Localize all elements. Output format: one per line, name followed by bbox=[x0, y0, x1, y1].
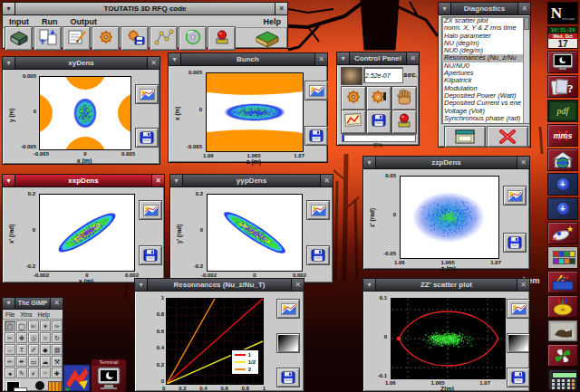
save-plot-button[interactable] bbox=[276, 368, 300, 387]
save-plot-button[interactable] bbox=[306, 245, 330, 265]
step-gear-button[interactable] bbox=[366, 86, 392, 110]
gimp-tool-pencil[interactable]: ✏ bbox=[5, 356, 15, 367]
save-floppy-button[interactable] bbox=[366, 110, 392, 134]
titlebar-gimp[interactable]: ▾ The GIMP ✕ bbox=[3, 298, 63, 310]
open-plot-window-button[interactable] bbox=[444, 126, 486, 148]
titlebar-control-panel[interactable]: ▾ Control Panel ✕ bbox=[337, 53, 419, 65]
gimp-brush-selector[interactable] bbox=[35, 381, 44, 390]
gimp-tool-color-picker[interactable]: ✐ bbox=[28, 344, 39, 355]
gimp-tool-transform[interactable]: ↻ bbox=[52, 332, 63, 343]
close-icon[interactable]: ✕ bbox=[517, 3, 530, 14]
close-diagnostics-button[interactable] bbox=[487, 126, 528, 148]
gimp-menu-xtns[interactable]: Xtns bbox=[20, 311, 32, 318]
save-plot-button[interactable] bbox=[139, 245, 162, 265]
dock-item-toolbox[interactable] bbox=[547, 271, 578, 293]
pause-hand-button[interactable] bbox=[392, 86, 417, 110]
minimize-icon[interactable]: ▾ bbox=[3, 57, 15, 69]
menu-input[interactable]: Input bbox=[3, 17, 35, 26]
gimp-tool-clone[interactable]: ⚒ bbox=[52, 356, 63, 367]
import-export-button[interactable] bbox=[34, 26, 62, 51]
run-gear-button[interactable] bbox=[92, 26, 120, 51]
gimp-tool-eraser[interactable]: ▭ bbox=[28, 356, 39, 367]
titlebar-yypdens[interactable]: ▾ yypDens ✕ bbox=[170, 175, 333, 187]
plot-settings-button[interactable] bbox=[135, 84, 159, 104]
minimize-icon[interactable]: ▾ bbox=[170, 175, 183, 186]
gimp-tool-airbrush[interactable]: ☁ bbox=[40, 356, 51, 367]
colormap-button[interactable] bbox=[276, 333, 300, 353]
diagnostics-scrollbar[interactable] bbox=[523, 17, 529, 123]
close-icon[interactable]: ✕ bbox=[320, 175, 333, 186]
close-icon[interactable]: ✕ bbox=[275, 3, 287, 14]
desktop-icon-app[interactable] bbox=[63, 364, 91, 392]
titlebar-bunch[interactable]: ▾ Bunch ✕ bbox=[169, 53, 327, 66]
close-icon[interactable]: ✕ bbox=[147, 57, 160, 69]
close-icon[interactable]: ✕ bbox=[151, 175, 164, 186]
gimp-tool-free-select[interactable]: ✄ bbox=[28, 320, 39, 331]
minimize-icon[interactable]: ▾ bbox=[3, 175, 15, 186]
close-icon[interactable]: ✕ bbox=[517, 157, 529, 168]
desktop-icon-terminal[interactable]: Terminal bbox=[91, 359, 127, 392]
close-icon[interactable]: ✕ bbox=[406, 53, 419, 64]
minimize-icon[interactable]: ▾ bbox=[363, 157, 376, 168]
minimize-icon[interactable]: ▾ bbox=[3, 3, 15, 14]
minimize-icon[interactable]: ▾ bbox=[3, 298, 15, 309]
emergency-stop-button[interactable] bbox=[392, 110, 417, 134]
gimp-tool-fuzzy-select[interactable]: ✶ bbox=[40, 320, 51, 331]
dock-item-mms[interactable]: ✕mms bbox=[547, 124, 578, 147]
gimp-tool-rect-select[interactable]: ▢ bbox=[5, 320, 15, 331]
minimize-icon[interactable]: ▾ bbox=[135, 279, 148, 291]
dock-item-terminal[interactable] bbox=[547, 51, 578, 73]
dock-item-rocket[interactable]: ★ bbox=[547, 222, 578, 244]
titlebar-zz-scatter[interactable]: ▾ ZZ' scatter plot ✕ bbox=[363, 279, 529, 292]
dock-item-workspace-plus-b[interactable]: + bbox=[547, 197, 578, 220]
curve-nodes-button[interactable] bbox=[150, 26, 178, 51]
colormap-button[interactable] bbox=[507, 333, 530, 353]
gimp-tool-smudge[interactable]: ☞ bbox=[40, 368, 51, 378]
menu-help[interactable]: Help bbox=[256, 17, 287, 26]
titlebar-toutatis[interactable]: ▾ TOUTATIS 3D RFQ code ✕ bbox=[3, 3, 287, 15]
dock-item-clock-calendar[interactable]: 10:31:19 Wed, Oct 17 bbox=[547, 26, 578, 49]
gimp-tool-magnify[interactable]: ◎ bbox=[28, 332, 39, 343]
plot-settings-button[interactable] bbox=[139, 200, 162, 220]
gimp-tool-dodge-burn[interactable]: ◐ bbox=[28, 368, 39, 378]
dock-item-calculator[interactable] bbox=[547, 368, 578, 391]
gimp-tool-ink[interactable]: ✎ bbox=[16, 368, 27, 378]
plot-settings-button[interactable] bbox=[507, 299, 530, 319]
time-step-field[interactable] bbox=[363, 67, 403, 83]
plot-settings-button[interactable] bbox=[306, 200, 330, 220]
gimp-tool-ellipse-select[interactable]: ◯ bbox=[16, 320, 27, 331]
menu-output[interactable]: Output bbox=[64, 17, 104, 26]
gimp-tool-bucket-fill[interactable]: ◆ bbox=[40, 344, 51, 355]
edit-input-button[interactable] bbox=[63, 26, 91, 51]
titlebar-zzpdens[interactable]: ▾ zzpDens ✕ bbox=[363, 157, 529, 169]
dock-item-paint-cd[interactable] bbox=[547, 295, 578, 318]
gimp-tool-measure[interactable]: ✚ bbox=[52, 368, 63, 378]
dock-item-pdf-viewer[interactable]: pdf bbox=[547, 100, 578, 122]
open-project-button[interactable] bbox=[5, 26, 33, 51]
gimp-tool-text[interactable]: T bbox=[16, 344, 27, 355]
minimize-icon[interactable]: ▾ bbox=[439, 3, 451, 14]
minimize-icon[interactable]: ▾ bbox=[363, 279, 376, 291]
menu-run[interactable]: Run bbox=[35, 17, 64, 26]
gimp-pattern-selector[interactable] bbox=[48, 381, 62, 392]
dock-item-netscape[interactable]: Netscape bbox=[547, 2, 578, 24]
minimize-icon[interactable]: ▾ bbox=[337, 53, 350, 64]
dock-item-workspace-plus-a[interactable]: + bbox=[547, 173, 578, 196]
rfq-geometry-icon[interactable] bbox=[253, 26, 282, 49]
diagnostics-item[interactable]: Synchronous phase (rad) bbox=[442, 115, 529, 122]
gimp-menu-help[interactable]: Help bbox=[38, 311, 50, 318]
dock-item-card-help[interactable]: ? bbox=[547, 75, 578, 98]
save-plot-button[interactable] bbox=[507, 368, 530, 387]
gimp-tool-convolve[interactable]: ● bbox=[5, 368, 15, 378]
titlebar-resonances[interactable]: ▾ Resonnances (Nu_z/Nu_T) ✕ bbox=[135, 279, 304, 292]
save-plot-button[interactable] bbox=[503, 233, 527, 253]
plot-settings-button[interactable] bbox=[276, 299, 300, 319]
gimp-tool-crop[interactable]: ⌗ bbox=[40, 332, 51, 343]
save-plot-button[interactable] bbox=[135, 128, 159, 148]
close-icon[interactable]: ✕ bbox=[517, 279, 529, 291]
dock-item-pinwheel[interactable] bbox=[547, 344, 578, 367]
dock-item-photo-thumbnail[interactable] bbox=[547, 320, 578, 342]
close-icon[interactable]: ✕ bbox=[50, 298, 63, 309]
gimp-tool-paintbrush[interactable]: ✒ bbox=[16, 356, 27, 367]
titlebar-diagnostics[interactable]: ▾ Diagnostics ✕ bbox=[439, 3, 530, 15]
